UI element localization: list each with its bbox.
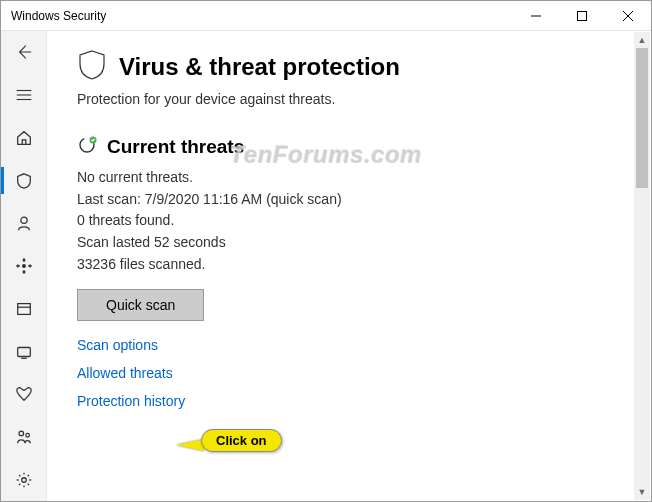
svg-point-7	[21, 217, 27, 223]
back-button[interactable]	[1, 31, 47, 74]
annotation-callout: Click on	[201, 429, 282, 452]
hamburger-menu-button[interactable]	[1, 74, 47, 117]
allowed-threats-link[interactable]: Allowed threats	[77, 365, 631, 381]
scroll-down-arrow[interactable]: ▼	[634, 484, 650, 500]
sidebar	[1, 31, 47, 501]
sidebar-item-settings[interactable]	[1, 458, 47, 501]
close-button[interactable]	[605, 1, 651, 31]
svg-point-14	[26, 433, 30, 437]
vertical-scrollbar[interactable]: ▲ ▼	[634, 32, 650, 500]
sidebar-item-app-browser[interactable]	[1, 287, 47, 330]
minimize-button[interactable]	[513, 1, 559, 31]
shield-icon	[77, 49, 107, 85]
files-scanned: 33236 files scanned.	[77, 254, 631, 276]
sidebar-item-firewall[interactable]	[1, 245, 47, 288]
page-header: Virus & threat protection	[77, 49, 631, 85]
sidebar-item-account[interactable]	[1, 202, 47, 245]
svg-rect-9	[18, 303, 31, 314]
window-title: Windows Security	[1, 9, 513, 23]
scroll-up-arrow[interactable]: ▲	[634, 32, 650, 48]
main-content: Virus & threat protection Protection for…	[47, 31, 651, 501]
scan-status-icon	[77, 135, 97, 159]
svg-point-15	[22, 477, 27, 482]
sidebar-item-virus-threat[interactable]	[1, 159, 47, 202]
last-scan-info: Last scan: 7/9/2020 11:16 AM (quick scan…	[77, 189, 631, 211]
svg-point-13	[19, 431, 24, 436]
svg-point-8	[23, 265, 26, 268]
section-title: Current threats	[107, 136, 244, 158]
current-threats-header: Current threats	[77, 135, 631, 159]
sidebar-item-home[interactable]	[1, 116, 47, 159]
quick-scan-button[interactable]: Quick scan	[77, 289, 204, 321]
sidebar-item-performance[interactable]	[1, 373, 47, 416]
callout-arrow	[176, 439, 204, 451]
maximize-button[interactable]	[559, 1, 605, 31]
titlebar: Windows Security	[1, 1, 651, 31]
sidebar-item-device-security[interactable]	[1, 330, 47, 373]
scan-duration: Scan lasted 52 seconds	[77, 232, 631, 254]
sidebar-item-family[interactable]	[1, 416, 47, 459]
svg-rect-11	[18, 347, 31, 356]
scan-options-link[interactable]: Scan options	[77, 337, 631, 353]
protection-history-link[interactable]: Protection history	[77, 393, 631, 409]
threats-found: 0 threats found.	[77, 210, 631, 232]
window-controls	[513, 1, 651, 31]
page-title: Virus & threat protection	[119, 53, 400, 81]
svg-rect-1	[578, 11, 587, 20]
threats-status: No current threats.	[77, 167, 631, 189]
scroll-thumb[interactable]	[636, 48, 648, 188]
page-subtitle: Protection for your device against threa…	[77, 91, 631, 107]
